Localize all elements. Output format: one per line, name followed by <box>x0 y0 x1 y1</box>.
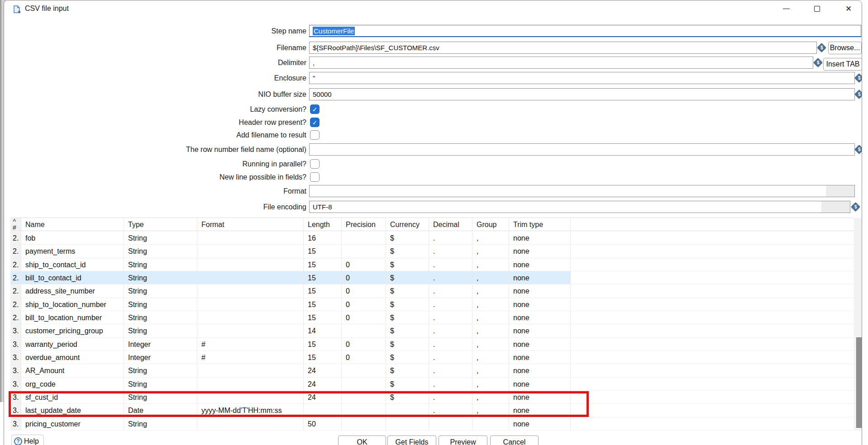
table-cell[interactable]: $ <box>386 324 429 337</box>
table-cell[interactable]: $ <box>386 311 429 324</box>
table-cell[interactable] <box>197 232 304 244</box>
table-cell[interactable] <box>342 364 386 377</box>
table-cell[interactable] <box>197 311 304 324</box>
table-cell[interactable]: . <box>429 232 472 244</box>
variable-icon[interactable]: $ <box>854 145 862 154</box>
close-button[interactable]: ✕ <box>838 0 859 17</box>
table-cell[interactable]: 2. <box>10 258 21 271</box>
ok-button[interactable]: OK <box>338 436 386 445</box>
table-cell[interactable]: String <box>124 232 197 244</box>
scrollbar-thumb[interactable] <box>856 337 862 428</box>
table-cell[interactable]: org_code <box>21 378 124 390</box>
table-cell[interactable]: 16 <box>304 232 342 244</box>
table-cell[interactable]: , <box>472 271 509 284</box>
table-cell[interactable] <box>342 232 386 244</box>
column-header-trim-type[interactable]: Trim type <box>509 218 571 231</box>
table-cell[interactable]: none <box>509 351 571 364</box>
table-cell[interactable]: $ <box>386 338 429 350</box>
table-cell[interactable]: 3. <box>10 338 21 350</box>
table-cell[interactable] <box>197 364 304 377</box>
table-cell[interactable]: , <box>472 378 509 390</box>
table-row[interactable]: 2.payment_termsString15$.,none <box>10 245 854 258</box>
table-cell[interactable]: . <box>429 271 472 284</box>
table-cell[interactable] <box>197 258 304 271</box>
table-cell[interactable]: 2. <box>10 232 21 244</box>
column-header-precision[interactable]: Precision <box>342 218 386 231</box>
table-row[interactable]: 3.customer_pricing_groupString14$.,none <box>10 324 854 337</box>
table-cell[interactable] <box>342 245 386 257</box>
table-cell[interactable]: 15 <box>304 284 342 297</box>
column-header-currency[interactable]: Currency <box>386 218 429 231</box>
table-cell[interactable]: . <box>429 298 472 311</box>
table-cell[interactable]: String <box>124 245 197 257</box>
table-cell[interactable]: 24 <box>304 364 342 377</box>
table-row[interactable]: 3.AR_AmountString24$.,none <box>10 364 854 377</box>
table-cell[interactable]: none <box>509 258 571 271</box>
table-cell[interactable]: , <box>472 232 509 244</box>
table-cell[interactable]: 2. <box>10 271 21 284</box>
table-cell[interactable]: warranty_period <box>21 338 124 350</box>
table-cell[interactable]: 0 <box>342 351 386 364</box>
table-cell[interactable] <box>197 417 304 430</box>
table-cell[interactable]: . <box>429 245 472 257</box>
table-cell[interactable]: ship_to_contact_id <box>21 258 124 271</box>
table-cell[interactable]: AR_Amount <box>21 364 124 377</box>
table-cell[interactable]: $ <box>386 245 429 257</box>
table-row[interactable]: 3.org_codeString24$.,none <box>10 378 854 391</box>
table-cell[interactable]: 2. <box>10 311 21 324</box>
table-cell[interactable]: , <box>472 364 509 377</box>
table-cell[interactable]: . <box>429 364 472 377</box>
table-cell[interactable]: . <box>429 338 472 350</box>
table-cell[interactable]: $ <box>386 258 429 271</box>
help-button[interactable]: ? Help <box>11 435 44 445</box>
table-row[interactable]: 2.address_site_numberString150$.,none <box>10 284 854 298</box>
table-cell[interactable]: none <box>509 245 571 257</box>
table-cell[interactable]: , <box>472 311 509 324</box>
table-cell[interactable]: String <box>124 284 197 297</box>
table-cell[interactable]: 3. <box>10 324 21 337</box>
table-cell[interactable]: $ <box>386 232 429 244</box>
table-cell[interactable]: none <box>509 378 571 390</box>
table-cell[interactable]: Integer <box>124 351 197 364</box>
table-cell[interactable]: $ <box>386 351 429 364</box>
table-cell[interactable]: $ <box>386 284 429 297</box>
table-cell[interactable]: # <box>197 351 304 364</box>
table-row[interactable]: 3.overdue_amountInteger#150$.,none <box>10 351 854 364</box>
table-cell[interactable]: bill_to_location_number <box>21 311 124 324</box>
table-cell[interactable]: 15 <box>304 338 342 350</box>
table-cell[interactable]: . <box>429 258 472 271</box>
dropdown-button[interactable] <box>826 185 854 197</box>
table-cell[interactable]: 50 <box>304 417 342 430</box>
table-cell[interactable]: . <box>429 351 472 364</box>
insert-tab-button[interactable]: Insert TAB <box>823 58 862 71</box>
step-name-input[interactable]: CustomerFile <box>309 25 861 37</box>
table-cell[interactable]: none <box>509 364 571 377</box>
table-cell[interactable]: 15 <box>304 311 342 324</box>
table-cell[interactable]: 2. <box>10 245 21 257</box>
table-cell[interactable] <box>342 378 386 390</box>
format-combo[interactable] <box>309 185 855 197</box>
table-cell[interactable]: 2. <box>10 298 21 311</box>
table-cell[interactable]: 3. <box>10 378 21 390</box>
minimize-button[interactable] <box>776 0 796 17</box>
table-cell[interactable]: none <box>509 338 571 350</box>
table-cell[interactable]: 14 <box>304 324 342 337</box>
table-cell[interactable]: 0 <box>342 298 386 311</box>
variable-icon[interactable]: $ <box>854 73 862 83</box>
table-cell[interactable] <box>342 417 386 430</box>
newline-checkbox[interactable] <box>310 172 320 182</box>
column-header-type[interactable]: Type <box>124 218 197 231</box>
nio-buffer-input[interactable]: 50000 <box>309 88 855 100</box>
column-header-length[interactable]: Length <box>304 218 342 231</box>
table-cell[interactable]: 3. <box>10 351 21 364</box>
table-cell[interactable] <box>472 417 509 430</box>
table-cell[interactable]: String <box>124 258 197 271</box>
table-cell[interactable]: 15 <box>304 351 342 364</box>
row-number-input[interactable] <box>309 143 855 156</box>
table-cell[interactable]: 15 <box>304 298 342 311</box>
column-header-name[interactable]: Name <box>21 218 124 231</box>
table-cell[interactable]: String <box>124 311 197 324</box>
table-cell[interactable]: , <box>472 298 509 311</box>
table-cell[interactable]: fob <box>21 232 124 244</box>
table-cell[interactable] <box>197 271 304 284</box>
